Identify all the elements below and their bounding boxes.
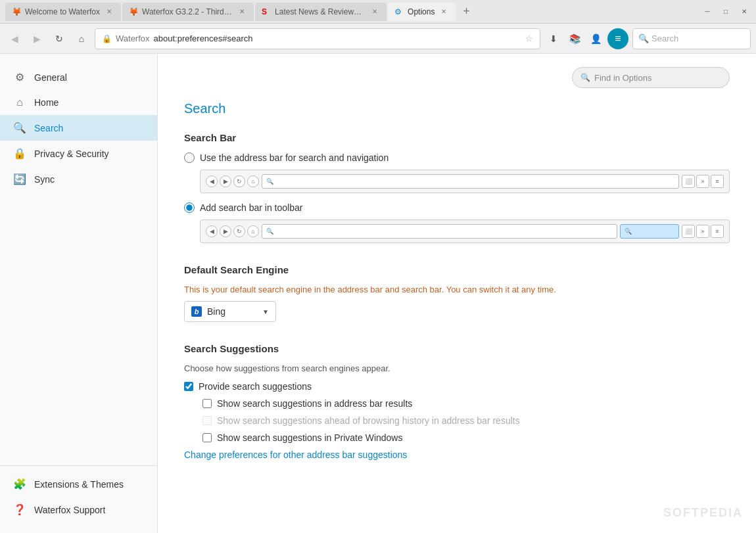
show-ahead-checkbox[interactable] — [202, 416, 212, 425]
find-in-options-input[interactable]: 🔍 Find in Options — [572, 67, 730, 88]
browser-mock-with-searchbar: ◀ ▶ ↻ ⌂ 🔍 🔍 ⬜ » ≡ — [200, 220, 730, 243]
add-searchbar-option[interactable]: Add search bar in toolbar — [184, 202, 730, 213]
bookmark-star-icon[interactable]: ☆ — [525, 34, 533, 43]
tab-close-options[interactable]: ✕ — [438, 7, 449, 17]
address-origin: Waterfox — [116, 34, 150, 43]
change-prefs-link[interactable]: Change preferences for other address bar… — [184, 450, 407, 460]
tab-options[interactable]: ⚙ Options ✕ — [388, 3, 456, 21]
mock-icons: ⬜ » ≡ — [682, 175, 724, 188]
extensions-icon: 🧩 — [13, 478, 26, 490]
home-button[interactable]: ⌂ — [72, 30, 91, 48]
provide-suggestions-checkbox[interactable] — [184, 382, 193, 391]
show-ahead-option[interactable]: Show search suggestions ahead of browsin… — [202, 415, 730, 426]
add-searchbar-radio[interactable] — [184, 202, 195, 213]
mock2-search-bar: 🔍 — [620, 224, 679, 239]
sidebar-item-label-home: Home — [34, 97, 59, 108]
sidebar-item-search[interactable]: 🔍 Search — [0, 115, 157, 141]
tab-close-waterfox[interactable]: ✕ — [237, 7, 247, 17]
sidebar-item-support[interactable]: ❓ Waterfox Support — [0, 497, 157, 522]
close-button[interactable]: ✕ — [738, 5, 751, 18]
sidebar-item-label-extensions: Extensions & Themes — [34, 479, 124, 490]
show-address-option[interactable]: Show search suggestions in address bar r… — [202, 398, 730, 409]
tab-title-waterfox: Waterfox G3.2.2 - Third Genera... — [142, 7, 233, 16]
mock2-nav-buttons: ◀ ▶ ↻ ⌂ — [206, 225, 259, 237]
use-address-bar-radio[interactable] — [184, 152, 195, 163]
mock2-reload: ↻ — [233, 225, 245, 237]
suggestions-section: Search Suggestions Choose how suggestion… — [184, 343, 730, 460]
page-title: Search — [184, 101, 730, 116]
show-address-label: Show search suggestions in address bar r… — [217, 398, 412, 409]
help-icon: ❓ — [13, 503, 26, 516]
sidebar-item-label-general: General — [34, 72, 67, 83]
sidebar-item-label-sync: Sync — [34, 174, 55, 185]
account-button[interactable]: 👤 — [586, 30, 605, 48]
new-tab-button[interactable]: + — [457, 3, 475, 21]
tab-softpedia[interactable]: S Latest News & Reviews by Soft... ✕ — [255, 3, 387, 21]
lock-icon-sidebar: 🔒 — [13, 147, 26, 160]
use-address-bar-option[interactable]: Use the address bar for search and navig… — [184, 152, 730, 163]
default-engine-title: Default Search Engine — [184, 264, 730, 275]
find-input-placeholder: Find in Options — [594, 73, 651, 83]
sidebar-item-label-search: Search — [34, 123, 63, 133]
mock-search-icon: 🔍 — [266, 178, 273, 185]
library-button[interactable]: 📚 — [565, 30, 584, 48]
tab-close-welcome[interactable]: ✕ — [104, 7, 114, 17]
sidebar-item-sync[interactable]: 🔄 Sync — [0, 166, 157, 192]
mock-address-bar: 🔍 — [262, 174, 679, 189]
sidebar-item-extensions[interactable]: 🧩 Extensions & Themes — [0, 471, 157, 497]
downloads-button[interactable]: ⬇ — [544, 30, 563, 48]
tab-favicon-waterfox: 🦊 — [129, 7, 138, 16]
mock-icon1: ⬜ — [682, 175, 695, 188]
sidebar-item-label-privacy: Privacy & Security — [34, 149, 109, 159]
mock-back: ◀ — [206, 175, 218, 187]
tab-strip: 🦊 Welcome to Waterfox ✕ 🦊 Waterfox G3.2.… — [5, 3, 693, 21]
sidebar-item-label-support: Waterfox Support — [34, 505, 105, 515]
search-bar-section: Search Bar Use the address bar for searc… — [184, 132, 730, 243]
forward-button[interactable]: ▶ — [28, 30, 46, 48]
mock2-icon2: » — [696, 225, 709, 238]
sidebar-item-general[interactable]: ⚙ General — [0, 64, 157, 90]
softpedia-watermark: SOFTPEDIA — [663, 506, 743, 520]
engine-name: Bing — [207, 306, 225, 317]
mock-icon2: » — [696, 175, 709, 188]
back-button[interactable]: ◀ — [5, 30, 24, 48]
nav-search-bar[interactable]: 🔍 Search — [632, 28, 751, 49]
tab-favicon-welcome: 🦊 — [12, 7, 21, 16]
bing-icon: b — [191, 306, 202, 317]
address-path: about:preferences#search — [154, 34, 253, 43]
tab-title-welcome: Welcome to Waterfox — [25, 7, 100, 16]
mock2-address-bar: 🔍 — [262, 224, 617, 239]
search-icon: 🔍 — [13, 122, 26, 134]
mock2-icon3: ≡ — [711, 225, 724, 238]
mock2-home: ⌂ — [247, 225, 259, 237]
engine-dropdown[interactable]: b Bing ▼ — [184, 301, 276, 322]
address-bar[interactable]: 🔒 Waterfox about:preferences#search ☆ — [95, 28, 540, 49]
nav-icons: ⬇ 📚 👤 ≡ — [544, 28, 628, 49]
mock2-forward: ▶ — [220, 225, 231, 237]
show-private-label: Show search suggestions in Private Windo… — [217, 432, 402, 443]
tab-waterfox[interactable]: 🦊 Waterfox G3.2.2 - Third Genera... ✕ — [122, 3, 254, 21]
browser-mock-no-searchbar: ◀ ▶ ↻ ⌂ 🔍 ⬜ » ≡ — [200, 170, 730, 193]
suggestions-title: Search Suggestions — [184, 343, 730, 354]
tab-welcome[interactable]: 🦊 Welcome to Waterfox ✕ — [5, 3, 121, 21]
maximize-button[interactable]: □ — [719, 5, 732, 18]
tab-close-softpedia[interactable]: ✕ — [369, 7, 380, 17]
mock2-search-icon2: 🔍 — [625, 228, 632, 235]
reload-button[interactable]: ↻ — [50, 30, 68, 48]
home-icon: ⌂ — [13, 97, 26, 108]
add-searchbar-label: Add search bar in toolbar — [200, 202, 302, 213]
tab-title-options: Options — [408, 7, 435, 16]
menu-button[interactable]: ≡ — [607, 28, 628, 49]
sub-checkboxes: Show search suggestions in address bar r… — [202, 398, 730, 443]
sidebar-item-home[interactable]: ⌂ Home — [0, 90, 157, 115]
show-private-option[interactable]: Show search suggestions in Private Windo… — [202, 432, 730, 443]
sidebar-item-privacy[interactable]: 🔒 Privacy & Security — [0, 141, 157, 166]
show-private-checkbox[interactable] — [202, 433, 212, 442]
title-bar: 🦊 Welcome to Waterfox ✕ 🦊 Waterfox G3.2.… — [0, 0, 756, 24]
mock2-icon1: ⬜ — [682, 225, 695, 238]
gear-icon: ⚙ — [13, 71, 26, 83]
show-address-checkbox[interactable] — [202, 399, 212, 408]
minimize-button[interactable]: ─ — [701, 5, 714, 18]
suggestions-desc: Choose how suggestions from search engin… — [184, 363, 730, 373]
provide-suggestions-option[interactable]: Provide search suggestions — [184, 381, 730, 392]
